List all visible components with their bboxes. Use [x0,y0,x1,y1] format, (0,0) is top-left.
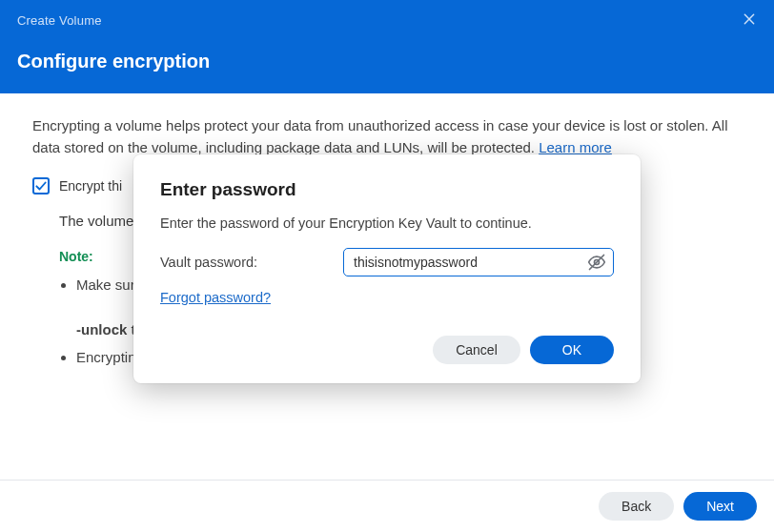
dialog-description: Enter the password of your Encryption Ke… [160,215,614,231]
back-button[interactable]: Back [599,492,674,521]
wizard-footer: Back Next [0,480,774,532]
create-volume-window: Create Volume Configure encryption Encry… [0,0,774,532]
vault-password-input[interactable] [343,248,614,276]
vault-password-label: Vault password: [160,255,332,270]
note-text: Make sur [76,276,135,293]
vault-password-input-wrap [343,248,614,276]
wizard-header: Create Volume Configure encryption [0,0,774,93]
dialog-footer: Cancel OK [160,336,614,364]
toggle-password-visibility-icon[interactable] [585,251,608,274]
forgot-password-link[interactable]: Forgot password? [160,290,271,305]
vault-password-row: Vault password: [160,248,614,276]
learn-more-link[interactable]: Learn more [539,139,612,155]
note-bold: -unlock [76,321,127,338]
encrypt-checkbox-label: Encrypt thi [59,176,122,197]
wizard-title: Create Volume [17,13,757,28]
enter-password-dialog: Enter password Enter the password of you… [133,154,641,383]
cancel-button[interactable]: Cancel [433,336,520,364]
next-button[interactable]: Next [683,492,757,521]
ok-button[interactable]: OK [530,336,614,364]
close-icon[interactable] [734,6,764,35]
checkbox-checked-icon[interactable] [32,177,50,194]
description-text: Encrypting a volume helps protect your d… [32,117,728,155]
note-text: Encryptin [76,349,136,365]
wizard-step-title: Configure encryption [17,51,757,72]
encryption-description: Encrypting a volume helps protect your d… [32,114,742,159]
dialog-title: Enter password [160,179,614,200]
